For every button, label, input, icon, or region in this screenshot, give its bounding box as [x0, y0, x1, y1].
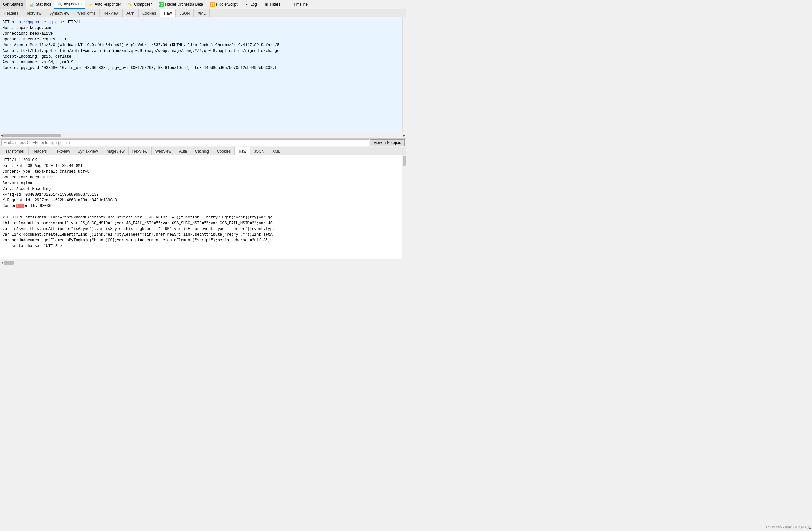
- response-section: HTTP/1.1 200 OK Date: Sat, 08 Aug 2020 1…: [0, 155, 406, 266]
- tab-response-raw[interactable]: Raw: [235, 147, 250, 155]
- tab-request-raw[interactable]: Raw: [160, 9, 176, 17]
- request-tab-bar: Headers TextView SyntaxView WebForms Hex…: [0, 9, 406, 17]
- tab-response-cookies[interactable]: Cookies: [213, 147, 235, 155]
- content-length-highlight: t-L: [16, 204, 24, 208]
- autoresponder-label: AutoResponder: [95, 2, 121, 7]
- autoresponder-icon: ⚡: [88, 2, 93, 7]
- fiddler-orchestra-icon: FO: [159, 2, 164, 7]
- filters-label: Filters: [270, 2, 280, 7]
- inspectors-label: Inspectors: [64, 2, 81, 6]
- request-method: GET: [2, 20, 12, 25]
- tab-request-cookies[interactable]: Cookies: [139, 9, 160, 17]
- composer-icon: ✏️: [128, 2, 133, 7]
- hscroll-left-arrow[interactable]: ◀: [0, 134, 3, 137]
- tab-response-caching[interactable]: Caching: [191, 147, 213, 155]
- bottom-hscroll-left-arrow[interactable]: ◀: [1, 261, 4, 264]
- timeline-label: Timeline: [293, 2, 307, 7]
- toolbar-autoresponder[interactable]: ⚡ AutoResponder: [85, 0, 125, 9]
- toolbar-composer[interactable]: ✏️ Composer: [125, 0, 155, 9]
- response-tab-bar: Transformer Headers TextView SyntaxView …: [0, 147, 406, 155]
- toolbar-get-started[interactable]: Get Started: [0, 0, 26, 9]
- response-hscrollbar[interactable]: ◀ ▶: [0, 259, 406, 266]
- toolbar-fiddler-orchestra[interactable]: FO Fiddler Orchestra Beta: [155, 0, 207, 9]
- tab-request-textview[interactable]: TextView: [22, 9, 45, 17]
- composer-label: Composer: [134, 2, 151, 7]
- response-vscroll-thumb[interactable]: [403, 156, 406, 166]
- request-raw-content: GET http://gupao.ke.qq.com/ HTTP/1.1 Hos…: [0, 17, 406, 130]
- filters-icon: ▣: [264, 2, 269, 7]
- find-bar: View in Notepad: [0, 138, 406, 147]
- timeline-icon: —: [287, 2, 292, 7]
- toolbar-log[interactable]: ≡ Log: [241, 0, 261, 9]
- response-raw-content: HTTP/1.1 200 OK Date: Sat, 08 Aug 2020 1…: [0, 155, 406, 259]
- toolbar-inspectors[interactable]: 🔍 Inspectors: [54, 0, 85, 9]
- log-label: Log: [251, 2, 257, 7]
- tab-response-transformer[interactable]: Transformer: [0, 147, 29, 155]
- toolbar-timeline[interactable]: — Timeline: [284, 0, 311, 9]
- response-vscrollbar[interactable]: [402, 155, 406, 259]
- view-notepad-button[interactable]: View in Notepad: [370, 139, 405, 146]
- tab-request-auth[interactable]: Auth: [122, 9, 139, 17]
- hscroll-thumb[interactable]: [3, 134, 61, 137]
- tab-response-hexview[interactable]: HexView: [129, 147, 151, 155]
- tab-response-syntaxview[interactable]: SyntaxView: [74, 147, 102, 155]
- fiddlerscript-icon: JS: [210, 2, 215, 7]
- toolbar-filters[interactable]: ▣ Filters: [261, 0, 284, 9]
- tab-request-webforms[interactable]: WebForms: [73, 9, 100, 17]
- tab-response-webview[interactable]: WebView: [151, 147, 175, 155]
- tab-response-headers[interactable]: Headers: [29, 147, 51, 155]
- inspectors-icon: 🔍: [58, 2, 62, 7]
- fiddler-orchestra-label: Fiddler Orchestra Beta: [165, 2, 203, 7]
- tab-response-imageview[interactable]: ImageView: [102, 147, 129, 155]
- tab-response-auth[interactable]: Auth: [175, 147, 191, 155]
- hscroll-right-arrow[interactable]: ▶: [403, 134, 405, 137]
- tab-request-json[interactable]: JSON: [176, 9, 194, 17]
- main-container: Get Started 📊 Statistics 🔍 Inspectors ⚡ …: [0, 0, 406, 266]
- tab-request-hexview[interactable]: HexView: [100, 9, 122, 17]
- tab-request-headers[interactable]: Headers: [0, 9, 22, 17]
- get-started-label: Get Started: [3, 2, 23, 7]
- statistics-icon: 📊: [29, 2, 34, 7]
- request-vscrollbar[interactable]: [402, 17, 406, 132]
- request-pane: GET http://gupao.ke.qq.com/ HTTP/1.1 Hos…: [0, 17, 406, 138]
- statistics-label: Statistics: [35, 2, 51, 7]
- tab-request-xml[interactable]: XML: [194, 9, 210, 17]
- tab-response-json[interactable]: JSON: [250, 147, 269, 155]
- response-pane: HTTP/1.1 200 OK Date: Sat, 08 Aug 2020 1…: [0, 155, 406, 259]
- find-input[interactable]: [1, 139, 369, 146]
- fiddlerscript-label: FiddlerScript: [216, 2, 237, 7]
- tab-response-xml[interactable]: XML: [269, 147, 284, 155]
- request-protocol: HTTP/1.1 Host: gupao.ke.qq.com Connectio…: [2, 20, 279, 70]
- tab-request-syntaxview[interactable]: SyntaxView: [45, 9, 73, 17]
- request-hscrollbar[interactable]: ◀ ▶: [0, 132, 406, 138]
- tab-response-textview[interactable]: TextView: [51, 147, 74, 155]
- toolbar-statistics[interactable]: 📊 Statistics: [26, 0, 54, 9]
- log-icon: ≡: [244, 2, 249, 7]
- request-url[interactable]: http://gupao.ke.qq.com/: [12, 20, 64, 25]
- top-toolbar: Get Started 📊 Statistics 🔍 Inspectors ⚡ …: [0, 0, 406, 9]
- bottom-hscroll-thumb[interactable]: [4, 261, 14, 265]
- toolbar-fiddlerscript[interactable]: JS FiddlerScript: [206, 0, 241, 9]
